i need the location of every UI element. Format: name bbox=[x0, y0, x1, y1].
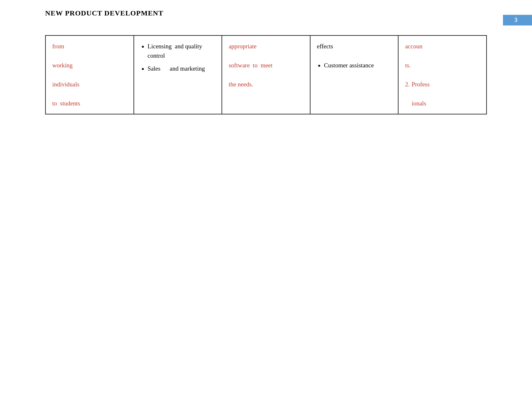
col1-line1: from bbox=[52, 43, 64, 50]
col4-bullet-list: Customer assistance bbox=[317, 61, 393, 70]
col3-line2: software to meet bbox=[229, 62, 272, 69]
col5-cell: accoun ts. 2. Professionals bbox=[398, 35, 487, 114]
col5-numbered-label: Professionals bbox=[412, 80, 430, 108]
col1-line2: working bbox=[52, 62, 73, 69]
page-title: NEW PRODUCT DEVELOPMENT bbox=[45, 9, 163, 17]
page-number-badge: 3 bbox=[503, 15, 532, 25]
col4-effects-text: effects bbox=[317, 43, 333, 50]
col4-bullet-1-text: Customer assistance bbox=[324, 62, 374, 69]
col3-content: appropriate software to meet the needs. bbox=[229, 42, 305, 89]
col5-numbered-item: 2. Professionals bbox=[405, 80, 481, 108]
col5-number: 2. bbox=[405, 80, 409, 108]
col2-cell: Licensing and quality control Sales and … bbox=[134, 35, 222, 114]
col2-bullet-2: Sales and marketing bbox=[148, 64, 217, 73]
col1-content: from working individuals to students bbox=[52, 42, 128, 108]
col2-bullet-list: Licensing and quality control Sales and … bbox=[141, 42, 217, 73]
col3-cell: appropriate software to meet the needs. bbox=[222, 35, 310, 114]
col3-line3: the needs. bbox=[229, 81, 253, 88]
col5-line1: accoun bbox=[405, 43, 422, 50]
col4-content: effects Customer assistance bbox=[317, 42, 393, 70]
content-table: from working individuals to students Lic… bbox=[45, 35, 487, 114]
table-row: from working individuals to students Lic… bbox=[45, 35, 487, 114]
col1-line4: to students bbox=[52, 100, 80, 107]
col3-line1: appropriate bbox=[229, 43, 257, 50]
col4-bullet-1: Customer assistance bbox=[324, 61, 393, 70]
col2-bullet-1: Licensing and quality control bbox=[148, 42, 217, 61]
col2-bullet-1-text: Licensing and quality control bbox=[148, 43, 202, 59]
col4-cell: effects Customer assistance bbox=[310, 35, 399, 114]
col5-content: accoun ts. 2. Professionals bbox=[405, 42, 481, 108]
col1-line3: individuals bbox=[52, 81, 79, 88]
main-table-container: from working individuals to students Lic… bbox=[45, 35, 487, 114]
page-header: NEW PRODUCT DEVELOPMENT bbox=[0, 0, 532, 17]
col1-cell: from working individuals to students bbox=[45, 35, 134, 114]
col5-line2: ts. bbox=[405, 62, 410, 69]
col2-bullet-2-text: Sales and marketing bbox=[148, 65, 205, 72]
